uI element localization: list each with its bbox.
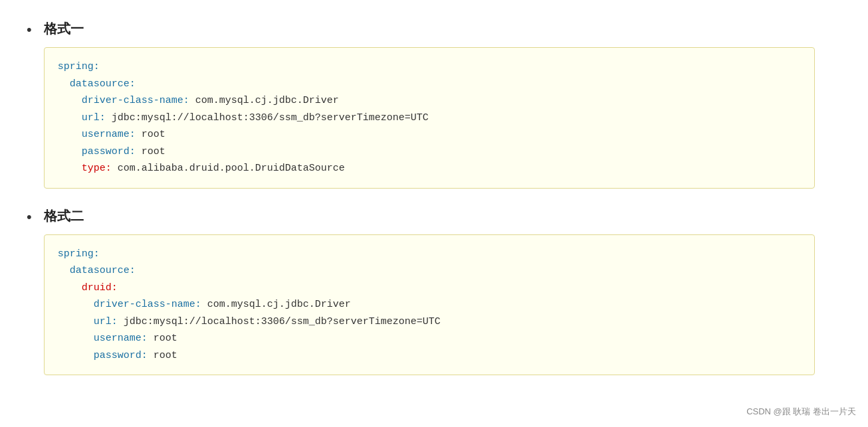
code-part: com.alibaba.druid.pool.DruidDataSource [112,163,345,174]
code-line-1: datasource: [58,262,801,280]
bullet-format-one: • [27,21,32,39]
code-part: root [148,333,177,344]
code-part: driver-class-name: [94,299,201,310]
bullet-format-two: • [27,209,32,226]
section-title-format-one: 格式一 [44,20,841,38]
code-part: type: [82,163,112,174]
section-format-one: •格式一spring: datasource: driver-class-nam… [27,20,841,189]
code-part: root [136,129,165,140]
code-line-6: type: com.alibaba.druid.pool.DruidDataSo… [58,160,801,177]
code-line-5: username: root [58,330,801,347]
code-part: url: [94,316,118,327]
code-line-0: spring: [58,58,801,76]
content-format-one: 格式一spring: datasource: driver-class-name… [44,20,841,189]
code-line-5: password: root [58,143,801,161]
code-line-2: druid: [58,280,801,297]
code-part: jdbc:mysql://localhost:3306/ssm_db?serve… [118,316,441,327]
code-block-format-two: spring: datasource: druid: driver-class-… [44,234,815,376]
code-line-1: datasource: [58,76,801,93]
section-title-format-two: 格式二 [44,207,841,225]
code-line-2: driver-class-name: com.mysql.cj.jdbc.Dri… [58,92,801,110]
code-part: driver-class-name: [82,95,189,106]
section-format-two: •格式二spring: datasource: druid: driver-cl… [27,207,841,376]
watermark: CSDN @跟 耿瑞 卷出一片天 [746,406,856,418]
code-part: password: [82,146,136,157]
content-format-two: 格式二spring: datasource: druid: driver-cla… [44,207,841,376]
code-part: com.mysql.cj.jdbc.Driver [201,299,351,310]
code-line-6: password: root [58,347,801,365]
code-part: spring: [58,61,100,72]
code-part: root [136,146,165,157]
code-line-0: spring: [58,246,801,263]
code-part: jdbc:mysql://localhost:3306/ssm_db?serve… [106,112,429,124]
code-part: username: [94,333,148,344]
code-line-4: url: jdbc:mysql://localhost:3306/ssm_db?… [58,313,801,331]
code-block-format-one: spring: datasource: driver-class-name: c… [44,47,815,189]
code-part: datasource: [70,78,136,90]
code-part: druid: [82,282,118,294]
code-part: com.mysql.cj.jdbc.Driver [189,95,339,106]
code-line-4: username: root [58,126,801,143]
code-part: spring: [58,248,100,260]
code-line-3: driver-class-name: com.mysql.cj.jdbc.Dri… [58,296,801,313]
code-line-3: url: jdbc:mysql://localhost:3306/ssm_db?… [58,110,801,127]
code-part: username: [82,129,136,140]
code-part: datasource: [70,265,136,276]
code-part: password: [94,350,148,361]
code-part: url: [82,112,106,124]
code-part: root [148,350,177,361]
